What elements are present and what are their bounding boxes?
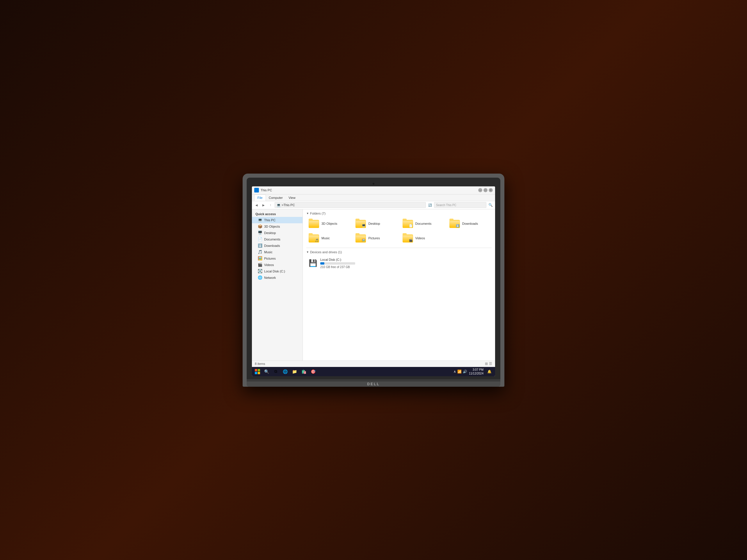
up-button[interactable]: ↑ — [267, 202, 274, 208]
sidebar-item-downloads[interactable]: ⬇️ Downloads — [252, 242, 303, 249]
folder-downloads-label: Downloads — [462, 222, 478, 225]
laptop-base: DELL — [247, 381, 500, 387]
sidebar-item-videos-label: Videos — [264, 263, 274, 267]
taskbar: 🔍 ⧉ 🌐 📁 🛍️ 🎯 ∧ 📶 🔊 3:07 PM 11/12/2024 — [252, 367, 495, 376]
sidebar-item-videos[interactable]: 🎬 Videos — [252, 262, 303, 268]
sidebar-item-music[interactable]: 🎵 Music — [252, 249, 303, 255]
items-count: 8 items — [255, 362, 265, 366]
view-large-icons[interactable]: ⊞ — [485, 362, 488, 366]
back-button[interactable]: ◀ — [254, 202, 259, 208]
webcam — [372, 183, 375, 185]
status-bar-right: ⊞ ☰ — [485, 362, 492, 366]
file-explorer-taskbar-button[interactable]: 📁 — [290, 368, 299, 376]
drive-c-bar — [320, 262, 355, 265]
edge-browser-button[interactable]: 🌐 — [281, 368, 289, 376]
folder-documents-icon: 📄 — [403, 219, 413, 228]
svg-rect-0 — [255, 369, 257, 371]
folder-desktop-icon: 🖥️ — [356, 219, 366, 228]
folders-section-header[interactable]: ▼ Folders (7) — [306, 212, 492, 215]
tab-file[interactable]: File — [254, 194, 266, 201]
sidebar-item-localdisk-label: Local Disk (C:) — [264, 269, 285, 273]
tray-network[interactable]: 📶 — [457, 370, 462, 374]
forward-button[interactable]: ▶ — [261, 202, 266, 208]
folder-music-label: Music — [321, 236, 330, 240]
svg-rect-1 — [258, 369, 260, 371]
app-button[interactable]: 🎯 — [309, 368, 317, 376]
drive-c-icon: 💾 — [309, 259, 317, 267]
sidebar-item-desktop-label: Desktop — [264, 231, 276, 235]
drives-list: 💾 Local Disk (C:) 210 GB free of 237 GB — [306, 256, 492, 270]
devices-section-header[interactable]: ▼ Devices and drives (1) — [306, 250, 492, 254]
search-placeholder: Search This PC — [436, 204, 456, 207]
folder-documents-label: Documents — [415, 222, 432, 225]
sidebar-item-network[interactable]: 🌐 Network — [252, 274, 303, 281]
laptop-screen: This PC ─ □ ✕ File Computer View ◀ — [252, 186, 495, 376]
folder-videos-overlay: 🎬 — [409, 239, 412, 242]
folder-videos[interactable]: 🎬 Videos — [400, 232, 445, 244]
laptop: This PC ─ □ ✕ File Computer View ◀ — [242, 174, 505, 387]
tray-chevron[interactable]: ∧ — [454, 370, 456, 374]
screen-bezel: This PC ─ □ ✕ File Computer View ◀ — [247, 178, 500, 379]
view-list[interactable]: ☰ — [489, 362, 492, 366]
search-taskbar-button[interactable]: 🔍 — [262, 368, 271, 376]
close-button[interactable]: ✕ — [489, 188, 493, 192]
file-explorer-logo — [254, 188, 259, 192]
sidebar-item-pictures[interactable]: 🖼️ Pictures — [252, 255, 303, 262]
folder-3dobjects[interactable]: 3D Objects — [306, 217, 351, 230]
svg-rect-2 — [255, 372, 257, 374]
folder-desktop[interactable]: 🖥️ Desktop — [353, 217, 397, 230]
sidebar-item-thispc[interactable]: 💻 This PC — [252, 217, 303, 223]
tray-icons: ∧ 📶 🔊 — [454, 370, 467, 374]
folder-documents-overlay: 📄 — [409, 224, 412, 228]
folder-pictures[interactable]: 🖼️ Pictures — [353, 232, 397, 244]
quick-access-label[interactable]: Quick access — [252, 211, 303, 217]
network-icon: 🌐 — [258, 275, 262, 280]
folder-downloads-overlay: ⬇️ — [456, 224, 459, 228]
sidebar-item-documents[interactable]: 📄 Documents — [252, 236, 303, 242]
folder-desktop-overlay: 🖥️ — [362, 224, 365, 228]
main-layout: Quick access 💻 This PC 📦 3D Objects 🖥️ D… — [252, 209, 495, 361]
thispc-icon: 💻 — [258, 218, 262, 222]
minimize-button[interactable]: ─ — [478, 188, 482, 192]
sidebar-item-documents-label: Documents — [264, 238, 280, 241]
music-icon: 🎵 — [258, 250, 262, 255]
address-path[interactable]: 💻 > This PC — [275, 202, 426, 208]
svg-rect-3 — [258, 372, 260, 374]
folder-downloads-icon: ⬇️ — [449, 219, 460, 228]
devices-section-label: Devices and drives (1) — [310, 250, 342, 254]
folder-music[interactable]: 🎵 Music — [306, 232, 351, 244]
folder-3dobjects-icon — [309, 219, 319, 228]
address-bar: ◀ ▶ ↑ 💻 > This PC 🔄 Search This PC 🔍 — [252, 201, 495, 209]
folder-documents[interactable]: 📄 Documents — [400, 217, 445, 230]
folder-pictures-label: Pictures — [368, 236, 380, 240]
tab-computer[interactable]: Computer — [266, 194, 286, 201]
sidebar-item-thispc-label: This PC — [264, 218, 276, 222]
sidebar-item-desktop[interactable]: 🖥️ Desktop — [252, 230, 303, 236]
search-box[interactable]: Search This PC — [434, 202, 486, 208]
start-button[interactable] — [254, 368, 261, 375]
sidebar-item-music-label: Music — [264, 250, 273, 254]
breadcrumb-thispc: 💻 > — [277, 203, 283, 207]
tab-view[interactable]: View — [286, 194, 299, 201]
folder-downloads[interactable]: ⬇️ Downloads — [447, 217, 492, 230]
title-bar-left: This PC — [254, 188, 478, 192]
sidebar-item-localdisk[interactable]: 💽 Local Disk (C:) — [252, 268, 303, 274]
folders-section-label: Folders (7) — [310, 212, 326, 215]
folders-arrow: ▼ — [306, 212, 309, 215]
window-controls: ─ □ ✕ — [478, 188, 493, 192]
store-button[interactable]: 🛍️ — [300, 368, 308, 376]
sidebar-item-pictures-label: Pictures — [264, 257, 276, 260]
maximize-button[interactable]: □ — [484, 188, 488, 192]
task-view-button[interactable]: ⧉ — [272, 368, 280, 376]
dell-logo: DELL — [367, 382, 380, 386]
drive-c[interactable]: 💾 Local Disk (C:) 210 GB free of 237 GB — [306, 256, 492, 270]
notification-button[interactable]: 🔔 — [485, 368, 493, 376]
folder-videos-icon: 🎬 — [403, 234, 413, 242]
tray-volume[interactable]: 🔊 — [463, 370, 467, 374]
pictures-icon: 🖼️ — [258, 256, 262, 261]
system-clock[interactable]: 3:07 PM 11/12/2024 — [469, 368, 484, 375]
sidebar-item-3dobjects[interactable]: 📦 3D Objects — [252, 223, 303, 230]
folder-music-icon: 🎵 — [309, 234, 319, 242]
search-icon[interactable]: 🔍 — [488, 202, 493, 208]
refresh-button[interactable]: 🔄 — [427, 202, 433, 208]
